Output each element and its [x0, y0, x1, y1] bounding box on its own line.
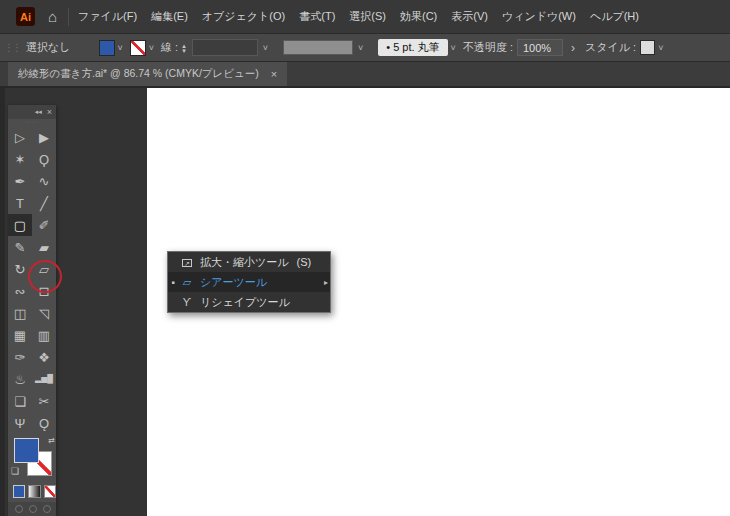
- color-mode-gradient-button[interactable]: [28, 485, 40, 498]
- stroke-weight-chevron-down-icon[interactable]: ˅: [263, 43, 268, 53]
- tool-line-segment[interactable]: ╱: [32, 192, 56, 214]
- home-icon[interactable]: ⌂: [48, 9, 57, 24]
- tool-pen[interactable]: ✒: [8, 170, 32, 192]
- tool-artboard[interactable]: ❏: [8, 390, 32, 412]
- controlbar-grip-handle[interactable]: ⋮⋮: [4, 42, 20, 53]
- fill-color-swatch[interactable]: [99, 40, 115, 56]
- shape-builder-tool-icon: ◫: [14, 307, 26, 320]
- menu-type[interactable]: 書式(T): [298, 6, 336, 27]
- width-profile-chevron-down-icon[interactable]: ˅: [358, 43, 363, 53]
- paintbrush-tool-icon: ✐: [39, 219, 50, 232]
- draw-mode-buttons: [8, 502, 56, 516]
- fill-color-control[interactable]: [14, 438, 39, 463]
- menu-window[interactable]: ウィンドウ(W): [501, 6, 577, 27]
- menu-edit[interactable]: 編集(E): [150, 6, 189, 27]
- brush-chevron-down-icon[interactable]: ˅: [451, 43, 456, 53]
- tool-direct-selection[interactable]: ▶: [32, 126, 56, 148]
- pen-tool-icon: ✒: [15, 175, 26, 188]
- opacity-input[interactable]: 100%: [517, 39, 563, 56]
- eyedropper-tool-icon: ✑: [15, 351, 26, 364]
- tool-gradient[interactable]: ▥: [32, 324, 56, 346]
- menu-file[interactable]: ファイル(F): [77, 6, 138, 27]
- color-mode-buttons: [8, 482, 56, 498]
- artboard-tool-icon: ❏: [14, 395, 26, 408]
- rectangle-tool-icon: ▢: [14, 219, 26, 232]
- menu-view[interactable]: 表示(V): [450, 6, 489, 27]
- tool-eraser[interactable]: ▰: [32, 236, 56, 258]
- width-profile-dropdown[interactable]: [283, 40, 353, 55]
- tool-rectangle-selected[interactable]: ▢: [8, 214, 32, 236]
- document-tab[interactable]: 紗綾形の書き方.ai* @ 86.74 % (CMYK/プレビュー) ×: [8, 62, 287, 86]
- eraser-tool-icon: ▰: [39, 241, 49, 254]
- stroke-weight-dropdown[interactable]: [192, 39, 258, 56]
- style-swatch[interactable]: [640, 40, 655, 55]
- default-fill-stroke-icon[interactable]: ❏: [11, 466, 19, 476]
- scale-tool-icon: ↗: [178, 256, 196, 268]
- tool-lasso[interactable]: Ϙ: [32, 148, 56, 170]
- color-mode-none-button[interactable]: [44, 485, 56, 498]
- draw-inside-icon[interactable]: [43, 505, 51, 513]
- stroke-weight-stepper[interactable]: ▴ ▾: [182, 43, 186, 53]
- color-mode-color-button[interactable]: [13, 485, 25, 498]
- draw-behind-icon[interactable]: [29, 505, 37, 513]
- shaper-tool-icon: ✎: [15, 241, 26, 254]
- tool-slice[interactable]: ✂: [32, 390, 56, 412]
- tool-curvature[interactable]: ∿: [32, 170, 56, 192]
- tool-paintbrush[interactable]: ✐: [32, 214, 56, 236]
- tool-selection[interactable]: ▷: [8, 126, 32, 148]
- flyout-shortcut-scale: (S): [297, 256, 312, 268]
- slice-tool-icon: ✂: [39, 395, 50, 408]
- tool-column-graph[interactable]: ▂▅█: [32, 368, 56, 390]
- draw-normal-icon[interactable]: [15, 505, 23, 513]
- tool-free-transform[interactable]: ⊡: [32, 280, 56, 302]
- tab-close-icon[interactable]: ×: [271, 68, 277, 80]
- swap-fill-stroke-icon[interactable]: ⇄: [48, 436, 55, 445]
- type-tool-icon: T: [16, 197, 24, 210]
- tool-rotate[interactable]: ↻: [8, 258, 32, 280]
- flyout-item-shear-tool[interactable]: ■ ▱ シアーツール ▸: [168, 272, 330, 292]
- curvature-tool-icon: ∿: [39, 175, 50, 188]
- tool-symbol-sprayer[interactable]: ♨: [8, 368, 32, 390]
- stroke-color-swatch[interactable]: [130, 40, 146, 56]
- fill-stroke-area: ❏ ⇄: [8, 436, 56, 482]
- style-chevron-down-icon[interactable]: ˅: [658, 43, 663, 53]
- magic-wand-tool-icon: ✶: [15, 153, 26, 166]
- brush-definition-field[interactable]: • 5 pt. 丸筆: [378, 39, 447, 56]
- hand-tool-icon: Ψ: [15, 417, 26, 430]
- menu-select[interactable]: 選択(S): [348, 6, 387, 27]
- style-label: スタイル :: [585, 40, 636, 55]
- panel-collapse-icon[interactable]: ◂◂: [35, 108, 42, 116]
- tool-mesh[interactable]: ▦: [8, 324, 32, 346]
- tool-shape-builder[interactable]: ◫: [8, 302, 32, 324]
- menu-object[interactable]: オブジェクト(O): [201, 6, 286, 27]
- tool-eyedropper[interactable]: ✑: [8, 346, 32, 368]
- illustrator-logo-icon[interactable]: Ai: [16, 7, 35, 26]
- direct-selection-tool-icon: ▶: [39, 131, 49, 144]
- stroke-chevron-down-icon[interactable]: ˅: [149, 43, 154, 53]
- tools-panel-header[interactable]: ◂◂ ×: [8, 105, 56, 119]
- opacity-more-button[interactable]: ›: [571, 41, 575, 55]
- menu-effect[interactable]: 効果(C): [399, 6, 438, 27]
- line-segment-tool-icon: ╱: [40, 197, 48, 210]
- tool-blend[interactable]: ❖: [32, 346, 56, 368]
- tool-width[interactable]: ∾: [8, 280, 32, 302]
- blend-tool-icon: ❖: [38, 351, 50, 364]
- menu-help[interactable]: ヘルプ(H): [589, 6, 640, 27]
- mesh-tool-icon: ▦: [14, 329, 26, 342]
- tool-hand[interactable]: Ψ: [8, 412, 32, 434]
- tool-zoom[interactable]: Ǫ: [32, 412, 56, 434]
- tool-perspective-grid[interactable]: ◹: [32, 302, 56, 324]
- fill-chevron-down-icon[interactable]: ˅: [118, 43, 123, 53]
- panel-close-icon[interactable]: ×: [47, 107, 52, 117]
- tool-shaper[interactable]: ✎: [8, 236, 32, 258]
- tool-magic-wand[interactable]: ✶: [8, 148, 32, 170]
- flyout-item-reshape-tool[interactable]: Ƴ リシェイプツール: [168, 292, 330, 312]
- panel-drag-grip[interactable]: ⋯⋯: [8, 119, 56, 126]
- shear-tool-icon: ▱: [39, 263, 49, 276]
- tool-type[interactable]: T: [8, 192, 32, 214]
- tool-shear[interactable]: ▱: [32, 258, 56, 280]
- stepper-down-icon[interactable]: ▾: [182, 48, 186, 53]
- flyout-item-scale-tool[interactable]: ↗ 拡大・縮小ツール (S): [168, 252, 330, 272]
- zoom-tool-icon: Ǫ: [39, 417, 49, 430]
- lasso-tool-icon: Ϙ: [39, 153, 49, 166]
